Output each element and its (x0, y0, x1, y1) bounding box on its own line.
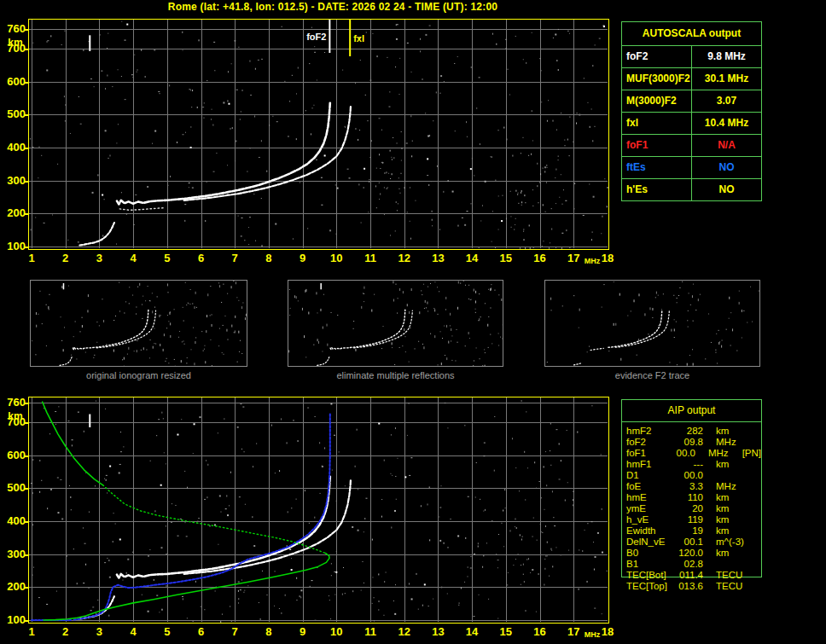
y-tick-label: 600 (0, 77, 26, 87)
parameter-name: B1 (622, 559, 675, 570)
parameter-unit: m^(-3) (716, 537, 752, 548)
parameter-value: 013.6 (675, 581, 703, 592)
fof2-marker-label: foF2 (297, 32, 326, 42)
parameter-value: 282 (675, 426, 703, 437)
x-tick-label: 10 (330, 625, 342, 638)
table-row: foF1N/A (622, 134, 761, 156)
x-tick-label: 1 (28, 625, 34, 638)
parameter-value: --- (675, 459, 703, 470)
parameter-value: 00.0 (670, 448, 695, 459)
parameter-value: 02.8 (675, 559, 703, 570)
table-row: B102.8 (622, 559, 761, 570)
table-row: TEC[Top]013.6TECU (622, 581, 761, 592)
parameter-name: TEC[Bot] (622, 570, 675, 581)
fxl-marker-label: fxI (353, 33, 364, 44)
parameter-value: 20 (675, 503, 703, 514)
x-axis-unit-label: MHz (580, 630, 604, 639)
y-tick-label: 760 (0, 24, 26, 34)
x-tick-label: 6 (198, 625, 204, 638)
y-tick-label: 400 (0, 142, 26, 153)
parameter-name: DelN_vE (622, 537, 675, 548)
x-tick-label: 8 (265, 252, 271, 264)
y-tick-label: 500 (0, 483, 26, 493)
parameter-value: 30.1 MHz (692, 68, 761, 90)
parameter-name: hmF1 (622, 459, 675, 470)
mini-ionogram (31, 281, 247, 366)
parameter-value: 09.8 (675, 437, 703, 448)
table-row: DelN_vE00.1m^(-3) (622, 537, 761, 548)
parameter-name: D1 (622, 470, 675, 481)
parameter-name: foE (622, 481, 675, 492)
x-tick-label: 7 (232, 252, 238, 264)
processing-panel (30, 280, 247, 367)
parameter-flag: [PN] (742, 448, 761, 459)
x-tick-label: 14 (466, 252, 478, 264)
parameter-value: NO (692, 157, 761, 178)
parameter-name: B0 (622, 548, 675, 559)
x-tick-label: 12 (398, 625, 410, 638)
panel-caption: eliminate multiple reflections (288, 370, 503, 380)
x-tick-label: 17 (567, 252, 579, 264)
parameter-unit: km (716, 548, 752, 559)
parameter-value: 3.07 (692, 90, 761, 112)
y-axis-unit-label: km (4, 410, 26, 422)
parameter-value: 00.0 (675, 470, 703, 481)
parameter-unit: km (716, 514, 752, 525)
parameter-name: h_vE (622, 514, 675, 525)
parameter-name: MUF(3000)F2 (622, 68, 692, 90)
table-row: foF29.8 MHz (622, 45, 761, 67)
parameter-name: h'Es (622, 179, 692, 200)
x-tick-label: 14 (466, 625, 478, 638)
x-tick-label: 5 (164, 252, 170, 264)
table-row: B0120.0km (622, 548, 761, 559)
x-tick-label: 4 (130, 252, 136, 264)
table-row: MUF(3000)F230.1 MHz (622, 67, 761, 90)
x-tick-label: 3 (96, 252, 102, 264)
autoscala-table-header: AUTOSCALA output (622, 22, 761, 45)
parameter-name: hmF2 (622, 426, 675, 437)
parameter-value: 19 (675, 525, 703, 537)
autoscala-table-rows: foF29.8 MHzMUF(3000)F230.1 MHzM(3000)F23… (622, 45, 761, 200)
x-tick-label: 12 (398, 252, 410, 264)
table-row: h_vE119km (622, 514, 761, 525)
autoscala-app-window: { "title": "Rome (lat: +41.8, lon: 012.5… (0, 0, 826, 644)
y-tick-label: 300 (0, 176, 26, 186)
parameter-name: ymE (622, 503, 675, 514)
parameter-name: ftEs (622, 157, 692, 178)
parameter-unit: TECU (716, 581, 752, 592)
parameter-unit: MHz (716, 481, 752, 492)
panel-caption: original ionogram resized (30, 370, 247, 380)
aip-output-table: AIP output hmF2282kmfoF209.8MHzfoF100.0M… (621, 399, 762, 577)
y-tick-label: 760 (0, 397, 26, 408)
y-tick-label: 500 (0, 109, 26, 119)
y-tick-label: 400 (0, 516, 26, 526)
table-row: hmF2282km (622, 426, 761, 437)
x-tick-label: 5 (164, 625, 170, 638)
panel-caption: evidence F2 trace (544, 370, 760, 380)
x-tick-label: 13 (432, 252, 444, 264)
parameter-unit: TECU (716, 570, 752, 581)
y-tick-label: 100 (0, 241, 26, 252)
parameter-value: 00.1 (675, 537, 703, 548)
table-row: foF100.0MHz[PN] (622, 448, 761, 459)
parameter-unit: MHz (708, 448, 741, 459)
x-tick-label: 15 (500, 252, 512, 264)
table-row: ftEsNO (622, 156, 761, 178)
parameter-name: hmE (622, 492, 675, 503)
x-tick-label: 16 (533, 252, 545, 264)
parameter-name: fxl (622, 113, 692, 134)
y-tick-label: 200 (0, 208, 26, 218)
parameter-unit (716, 470, 752, 481)
y-tick-label: 200 (0, 582, 26, 592)
parameter-unit: MHz (716, 437, 752, 448)
x-tick-label: 4 (130, 625, 136, 638)
parameter-name: M(3000)F2 (622, 90, 692, 112)
parameter-value: 10.4 MHz (692, 113, 761, 134)
parameter-name: foF2 (622, 437, 675, 448)
x-axis-unit-label: MHz (580, 257, 604, 265)
y-tick-label: 600 (0, 450, 26, 461)
mini-ionogram (545, 281, 759, 366)
parameter-value: 110 (675, 492, 703, 503)
x-tick-label: 6 (198, 252, 204, 264)
x-tick-label: 3 (96, 625, 102, 638)
